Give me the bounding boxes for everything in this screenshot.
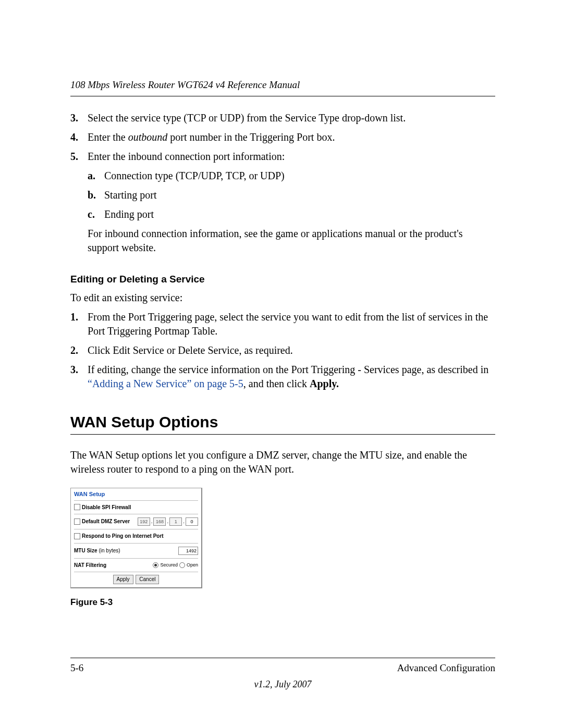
substep-b: b. Starting port (88, 188, 495, 202)
step-number: 5. (70, 150, 78, 164)
wan-intro: The WAN Setup options let you configure … (70, 448, 495, 476)
page-number: 5-6 (70, 661, 83, 675)
row-mtu: MTU Size (in bytes) 1492 (74, 545, 198, 557)
substep-text: Connection type (TCP/UDP, TCP, or UDP) (104, 170, 285, 181)
step-text-em: outbound (128, 131, 168, 143)
heading-rule (70, 434, 495, 435)
step-5-trailing-text: For inbound connection information, see … (88, 227, 495, 255)
radio-secured[interactable] (153, 562, 158, 568)
row-disable-spi: Disable SPI Firewall (74, 502, 198, 513)
row-nat: NAT Filtering Secured Open (74, 560, 198, 571)
nat-radio-group: Secured Open (153, 562, 198, 568)
version-line: v1.2, July 2007 (70, 678, 495, 690)
step-text-pre: If editing, change the service informati… (88, 364, 488, 375)
ip-octet-2[interactable]: 168 (153, 517, 166, 526)
heading-editing-deleting: Editing or Deleting a Service (70, 273, 495, 286)
label-open: Open (187, 562, 198, 568)
substep-text: Ending port (104, 208, 154, 220)
label-secured: Secured (160, 562, 178, 568)
ip-octet-4[interactable]: 0 (186, 517, 198, 526)
divider (74, 514, 198, 514)
substep-letter: c. (88, 207, 95, 221)
numbered-steps-continued: 3. Select the service type (TCP or UDP) … (70, 111, 495, 255)
substeps: a. Connection type (TCP/UDP, TCP, or UDP… (88, 169, 495, 221)
checkbox-icon[interactable] (74, 519, 80, 525)
editing-steps: 1. From the Port Triggering page, select… (70, 310, 495, 391)
dmz-ip-group: 192. 168. 1. 0 (138, 517, 198, 526)
label-mtu: MTU Size (74, 547, 97, 554)
ip-octet-3[interactable]: 1 (169, 517, 182, 526)
radio-open[interactable] (179, 562, 185, 568)
apply-button[interactable]: Apply (113, 575, 133, 584)
step-text-bold: Apply. (310, 378, 339, 389)
button-row: Apply Cancel (74, 572, 198, 584)
checkbox-icon[interactable] (74, 533, 80, 539)
step-text: From the Port Triggering page, select th… (88, 311, 488, 337)
running-header: 108 Mbps Wireless Router WGT624 v4 Refer… (70, 78, 495, 96)
page: 108 Mbps Wireless Router WGT624 v4 Refer… (0, 0, 563, 728)
divider (74, 543, 198, 544)
mtu-input[interactable]: 1492 (178, 547, 198, 555)
label-nat: NAT Filtering (74, 562, 106, 569)
divider (74, 500, 198, 501)
substep-letter: b. (88, 188, 96, 202)
step-number: 1. (70, 310, 78, 324)
edit-step-2: 2. Click Edit Service or Delete Service,… (70, 343, 495, 357)
step-4: 4. Enter the outbound port number in the… (70, 130, 495, 144)
shot-title: WAN Setup (74, 490, 198, 498)
divider (74, 558, 198, 559)
cancel-button[interactable]: Cancel (136, 575, 159, 584)
step-5: 5. Enter the inbound connection port inf… (70, 150, 495, 255)
row-default-dmz: Default DMZ Server 192. 168. 1. 0 (74, 516, 198, 527)
edit-step-3: 3. If editing, change the service inform… (70, 363, 495, 391)
label-disable-spi: Disable SPI Firewall (82, 504, 131, 511)
substep-text: Starting port (104, 189, 157, 201)
step-text: Click Edit Service or Delete Service, as… (88, 344, 293, 356)
section-name: Advanced Configuration (397, 661, 495, 675)
step-number: 3. (70, 111, 78, 125)
edit-step-1: 1. From the Port Triggering page, select… (70, 310, 495, 338)
row-respond-ping: Respond to Ping on Internet Port (74, 531, 198, 541)
step-text-post: port number in the Triggering Port box. (167, 131, 335, 143)
step-text: Enter the inbound connection port inform… (88, 151, 285, 162)
substep-a: a. Connection type (TCP/UDP, TCP, or UDP… (88, 169, 495, 183)
cross-ref-link[interactable]: “Adding a New Service” on page 5-5 (88, 378, 243, 389)
step-text: Select the service type (TCP or UDP) fro… (88, 112, 406, 124)
page-footer: 5-6 Advanced Configuration v1.2, July 20… (70, 658, 495, 690)
step-3: 3. Select the service type (TCP or UDP) … (70, 111, 495, 125)
substep-c: c. Ending port (88, 207, 495, 221)
step-number: 2. (70, 343, 78, 357)
substep-letter: a. (88, 169, 95, 183)
divider (74, 529, 198, 529)
editing-lead: To edit an existing service: (70, 291, 495, 305)
step-number: 3. (70, 363, 78, 377)
step-text-mid: , and then click (243, 378, 310, 389)
label-respond-ping: Respond to Ping on Internet Port (82, 533, 164, 540)
wan-setup-screenshot: WAN Setup Disable SPI Firewall Default D… (70, 488, 202, 588)
step-number: 4. (70, 130, 78, 144)
heading-wan-setup: WAN Setup Options (70, 412, 495, 433)
ip-octet-1[interactable]: 192 (138, 517, 150, 526)
label-mtu-unit: (in bytes) (99, 547, 120, 554)
label-default-dmz: Default DMZ Server (82, 518, 130, 525)
figure-caption: Figure 5-3 (70, 597, 495, 609)
checkbox-icon[interactable] (74, 504, 80, 510)
step-text-pre: Enter the (88, 131, 128, 143)
